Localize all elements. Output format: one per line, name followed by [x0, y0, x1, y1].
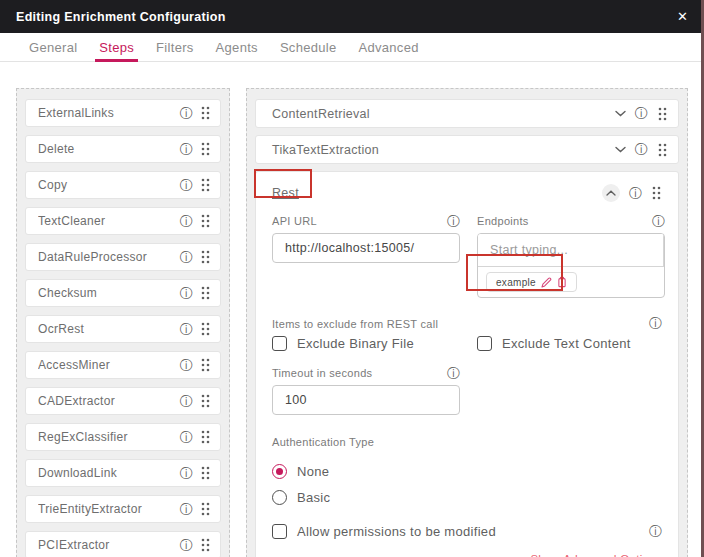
list-item[interactable]: Copy ⓘ [25, 171, 221, 199]
endpoints-input[interactable] [478, 234, 663, 266]
drag-handle-icon[interactable] [200, 501, 211, 517]
tab-bar: General Steps Filters Agents Schedule Ad… [0, 33, 704, 62]
exclude-binary-file-checkbox[interactable] [272, 336, 287, 351]
drag-handle-icon[interactable] [200, 429, 211, 445]
drag-handle-icon[interactable] [200, 285, 211, 301]
drag-handle-icon[interactable] [200, 249, 211, 265]
allow-permissions-checkbox[interactable] [272, 524, 287, 539]
info-icon[interactable]: ⓘ [180, 251, 193, 264]
list-item[interactable]: DownloadLink ⓘ [25, 459, 221, 487]
drag-handle-icon[interactable] [651, 185, 662, 201]
info-icon[interactable]: ⓘ [180, 503, 193, 516]
auth-none-radio[interactable] [272, 464, 287, 479]
info-icon[interactable]: ⓘ [649, 317, 662, 330]
drag-handle-icon[interactable] [200, 141, 211, 157]
info-icon[interactable]: ⓘ [652, 215, 665, 228]
drag-handle-icon[interactable] [657, 106, 668, 122]
drag-handle-icon[interactable] [200, 393, 211, 409]
endpoints-label: Endpoints [477, 215, 529, 227]
info-icon[interactable]: ⓘ [635, 107, 648, 120]
auth-basic-radio[interactable] [272, 490, 287, 505]
info-icon[interactable]: ⓘ [635, 143, 648, 156]
list-item[interactable]: OcrRest ⓘ [25, 315, 221, 343]
rest-step-header: Rest ⓘ [272, 180, 662, 206]
info-icon[interactable]: ⓘ [649, 525, 662, 538]
step-name: TextCleaner [38, 214, 180, 228]
exclude-label: Items to exclude from REST call [272, 318, 438, 330]
timeout-field: Timeout in seconds ⓘ [272, 366, 460, 415]
tab-schedule[interactable]: Schedule [269, 33, 348, 61]
step-name: RegExClassifier [38, 430, 180, 444]
drag-handle-icon[interactable] [200, 213, 211, 229]
drag-handle-icon[interactable] [200, 105, 211, 121]
endpoint-chip[interactable]: example [486, 272, 577, 292]
tab-agents[interactable]: Agents [205, 33, 269, 61]
timeout-label: Timeout in seconds [272, 367, 372, 379]
step-name: DataRuleProcessor [38, 250, 180, 264]
list-item[interactable]: CADExtractor ⓘ [25, 387, 221, 415]
drag-handle-icon[interactable] [200, 537, 211, 553]
list-item[interactable]: PCIExtractor ⓘ [25, 531, 221, 557]
configured-steps-panel: ContentRetrieval ⓘ TikaTextExtraction ⓘ … [246, 88, 688, 557]
step-name: CADExtractor [38, 394, 180, 408]
timeout-input[interactable] [272, 385, 460, 415]
info-icon[interactable]: ⓘ [180, 179, 193, 192]
pencil-icon[interactable] [541, 277, 552, 288]
api-url-label: API URL [272, 215, 317, 227]
info-icon[interactable]: ⓘ [180, 539, 193, 552]
info-icon[interactable]: ⓘ [629, 187, 642, 200]
list-item[interactable]: ExternalLinks ⓘ [25, 99, 221, 127]
list-item[interactable]: TextCleaner ⓘ [25, 207, 221, 235]
info-icon[interactable]: ⓘ [447, 215, 460, 228]
step-name: Checksum [38, 286, 180, 300]
drag-handle-icon[interactable] [200, 465, 211, 481]
auth-type-label: Authentication Type [272, 436, 374, 448]
drag-handle-icon[interactable] [200, 321, 211, 337]
list-item[interactable]: Delete ⓘ [25, 135, 221, 163]
show-advanced-options-link[interactable]: Show Advanced Options [530, 553, 662, 557]
api-url-input[interactable] [272, 233, 460, 263]
tab-general[interactable]: General [18, 33, 88, 61]
info-icon[interactable]: ⓘ [180, 287, 193, 300]
step-name: PCIExtractor [38, 538, 180, 552]
checkbox-label: Exclude Binary File [297, 336, 414, 351]
step-row-contentretrieval[interactable]: ContentRetrieval ⓘ [255, 99, 679, 128]
drag-handle-icon[interactable] [657, 142, 668, 158]
tab-advanced[interactable]: Advanced [348, 33, 430, 61]
info-icon[interactable]: ⓘ [180, 143, 193, 156]
info-icon[interactable]: ⓘ [180, 215, 193, 228]
trash-icon[interactable] [557, 276, 567, 288]
list-item[interactable]: AccessMiner ⓘ [25, 351, 221, 379]
step-name: TikaTextExtraction [272, 143, 615, 157]
info-icon[interactable]: ⓘ [180, 359, 193, 372]
list-item[interactable]: Checksum ⓘ [25, 279, 221, 307]
trash-icon[interactable] [663, 234, 665, 266]
drag-handle-icon[interactable] [200, 357, 211, 373]
tab-filters[interactable]: Filters [145, 33, 205, 61]
rest-step-title-link[interactable]: Rest [272, 186, 299, 200]
step-name: AccessMiner [38, 358, 180, 372]
tab-steps[interactable]: Steps [88, 33, 145, 61]
chevron-down-icon[interactable] [615, 110, 626, 117]
auth-option-none: None [272, 458, 662, 484]
step-name: ExternalLinks [38, 106, 180, 120]
close-icon[interactable]: ✕ [677, 10, 688, 23]
list-item[interactable]: DataRuleProcessor ⓘ [25, 243, 221, 271]
info-icon[interactable]: ⓘ [180, 323, 193, 336]
chevron-up-icon[interactable] [602, 184, 620, 202]
radio-label: Basic [297, 490, 330, 505]
list-item[interactable]: RegExClassifier ⓘ [25, 423, 221, 451]
info-icon[interactable]: ⓘ [447, 367, 460, 380]
list-item[interactable]: TrieEntityExtractor ⓘ [25, 495, 221, 523]
info-icon[interactable]: ⓘ [180, 467, 193, 480]
endpoint-chip-text: example [496, 277, 536, 288]
info-icon[interactable]: ⓘ [180, 431, 193, 444]
chevron-down-icon[interactable] [615, 146, 626, 153]
drag-handle-icon[interactable] [200, 177, 211, 193]
exclude-text-content-checkbox[interactable] [477, 336, 492, 351]
step-row-tikatextextraction[interactable]: TikaTextExtraction ⓘ [255, 135, 679, 164]
info-icon[interactable]: ⓘ [180, 395, 193, 408]
info-icon[interactable]: ⓘ [180, 107, 193, 120]
endpoints-widget: example [477, 233, 665, 298]
modal-title: Editing Enrichment Configuration [16, 10, 226, 24]
